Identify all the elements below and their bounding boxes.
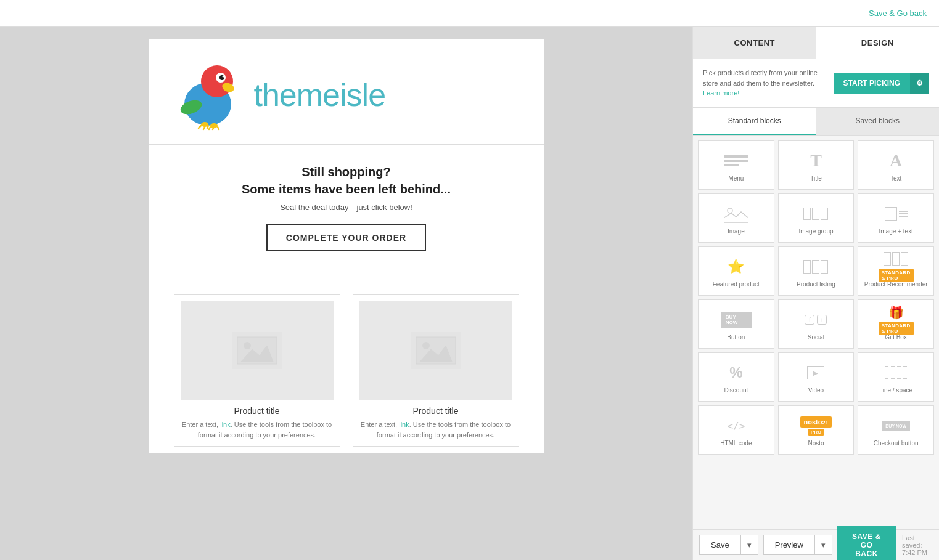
product-image-1 — [181, 301, 334, 400]
block-featured-product[interactable]: ⭐ Featured product — [698, 246, 774, 296]
email-headline: Still shopping? Some items have been lef… — [174, 163, 519, 198]
block-nosto-label: Nosto — [808, 440, 824, 447]
pick-products-bar: Pick products directly from your online … — [693, 59, 939, 108]
save-dropdown-button[interactable]: ▾ — [740, 535, 758, 554]
block-video[interactable]: Video — [778, 352, 855, 402]
block-social-label: Social — [808, 334, 824, 341]
block-featured-product-label: Featured product — [713, 281, 760, 288]
social-icon: f t — [800, 309, 831, 330]
nosto-icon: nosto21 PRO — [800, 415, 831, 436]
block-product-recommender-label: Product Recommender — [864, 281, 928, 288]
email-body: Still shopping? Some items have been lef… — [149, 145, 544, 282]
block-image-text-label: Image + text — [879, 228, 913, 235]
product-link-2[interactable]: link — [399, 421, 409, 428]
email-header: themeisle — [149, 39, 544, 145]
line-space-icon — [880, 362, 911, 383]
product-recommender-icon: STANDARD & PRO — [880, 256, 911, 277]
svg-point-17 — [244, 342, 251, 349]
block-text[interactable]: A Text — [858, 140, 934, 190]
tab-saved-blocks[interactable]: Saved blocks — [816, 108, 940, 135]
svg-line-12 — [209, 127, 210, 129]
preview-dropdown-button[interactable]: ▾ — [814, 535, 832, 554]
email-canvas: themeisle Still shopping? Some items hav… — [149, 39, 544, 453]
tab-standard-blocks[interactable]: Standard blocks — [693, 108, 816, 135]
tab-design[interactable]: DESIGN — [816, 27, 940, 59]
start-picking-gear-icon: ⚙ — [910, 73, 929, 94]
block-social[interactable]: f t Social — [778, 299, 855, 349]
block-title[interactable]: T Title — [778, 140, 855, 190]
discount-icon: % — [721, 362, 752, 383]
block-button[interactable]: BUY NOW Button — [698, 299, 774, 349]
cta-button[interactable]: COMPLETE YOUR ORDER — [266, 224, 426, 251]
block-image[interactable]: Image — [698, 193, 774, 243]
blocks-tabs: Standard blocks Saved blocks — [693, 108, 939, 136]
brand-name: themeisle — [254, 76, 386, 113]
block-image-label: Image — [728, 228, 745, 235]
save-button-group: Save ▾ — [699, 535, 758, 555]
tab-content[interactable]: CONTENT — [693, 27, 816, 59]
block-checkout-button[interactable]: BUY NOW Checkout button — [858, 405, 934, 455]
svg-line-14 — [218, 127, 219, 129]
save-go-back-button[interactable]: SAVE & GO BACK — [837, 526, 896, 561]
svg-point-5 — [222, 76, 224, 78]
preview-button[interactable]: Preview — [764, 535, 814, 554]
block-product-recommender[interactable]: STANDARD & PRO Product Recommender — [858, 246, 934, 296]
text-icon: A — [880, 150, 911, 171]
block-product-listing[interactable]: Product listing — [778, 246, 855, 296]
block-video-label: Video — [808, 387, 824, 394]
product-listing-icon — [800, 256, 831, 277]
block-image-group-label: Image group — [798, 228, 833, 235]
product-title-2: Product title — [359, 406, 512, 416]
image-text-icon — [880, 203, 911, 224]
video-icon — [800, 362, 831, 383]
block-nosto[interactable]: nosto21 PRO Nosto — [778, 405, 855, 455]
email-subtext: Seal the deal today—just click below! — [174, 203, 519, 212]
product-image-2 — [359, 301, 512, 400]
parrot-logo — [174, 58, 248, 132]
svg-point-20 — [422, 342, 430, 349]
svg-line-9 — [199, 126, 201, 128]
product-desc-2: Enter a text, link. Use the tools from t… — [359, 420, 512, 440]
svg-point-1 — [201, 65, 233, 97]
learn-more-link[interactable]: Learn more! — [703, 89, 739, 97]
block-menu[interactable]: Menu — [698, 140, 774, 190]
save-button[interactable]: Save — [700, 535, 740, 554]
start-picking-button[interactable]: START PICKING ⚙ — [834, 73, 929, 94]
block-line-space[interactable]: Line / space — [858, 352, 934, 402]
last-saved-text: Last saved: 7:42 PM — [902, 534, 933, 556]
top-bar: Save & Go back — [0, 0, 939, 27]
title-icon: T — [800, 150, 831, 171]
block-image-text[interactable]: Image + text — [858, 193, 934, 243]
svg-line-10 — [203, 127, 205, 129]
button-icon: BUY NOW — [721, 309, 752, 330]
gift-box-icon: 🎁 STANDARD & PRO — [880, 309, 911, 330]
start-picking-label: START PICKING — [834, 73, 910, 94]
product-card-2: Product title Enter a text, link. Use th… — [353, 294, 519, 447]
products-row: Product title Enter a text, link. Use th… — [149, 282, 544, 453]
svg-point-22 — [728, 208, 732, 213]
block-discount[interactable]: % Discount — [698, 352, 774, 402]
block-image-group[interactable]: Image group — [778, 193, 855, 243]
html-code-icon: </> — [721, 415, 752, 436]
featured-product-icon: ⭐ — [721, 256, 752, 277]
canvas-area: themeisle Still shopping? Some items hav… — [0, 27, 692, 560]
block-gift-box[interactable]: 🎁 STANDARD & PRO Gift Box — [858, 299, 934, 349]
block-checkout-button-label: Checkout button — [874, 440, 919, 447]
checkout-button-icon: BUY NOW — [880, 415, 911, 436]
block-text-label: Text — [890, 175, 901, 182]
block-button-label: Button — [727, 334, 745, 341]
top-save-go-back-link[interactable]: Save & Go back — [869, 9, 927, 18]
panel-tabs: CONTENT DESIGN — [693, 27, 939, 59]
block-html-code[interactable]: </> HTML code — [698, 405, 774, 455]
image-icon — [721, 203, 752, 224]
product-desc-1: Enter a text, link. Use the tools from t… — [181, 420, 334, 440]
block-line-space-label: Line / space — [879, 387, 912, 394]
svg-rect-21 — [724, 205, 748, 223]
preview-button-group: Preview ▾ — [763, 535, 832, 555]
product-link-1[interactable]: link — [220, 421, 231, 428]
block-title-label: Title — [810, 175, 822, 182]
blocks-grid: Menu T Title A Text — [693, 136, 939, 530]
product-card-1: Product title Enter a text, link. Use th… — [174, 294, 340, 447]
block-menu-label: Menu — [728, 175, 744, 182]
right-panel: CONTENT DESIGN Pick products directly fr… — [692, 27, 939, 560]
